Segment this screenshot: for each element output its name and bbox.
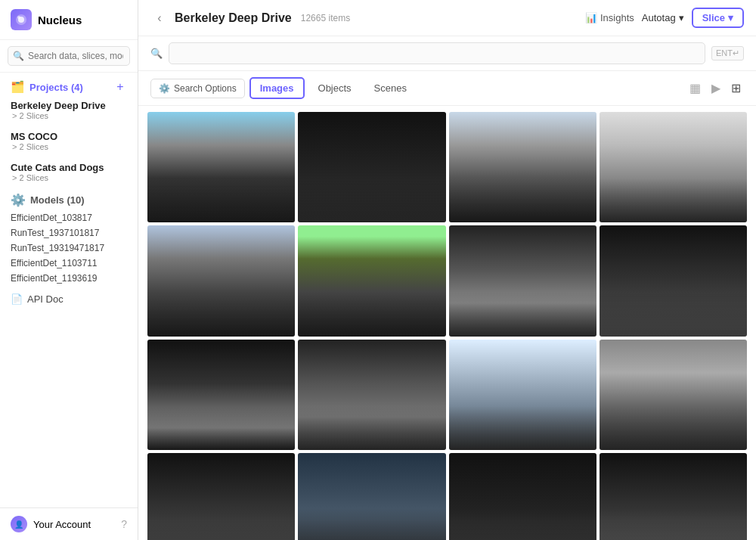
app-logo: Nucleus — [0, 0, 138, 40]
project-slices-cats: > 2 Slices — [11, 173, 127, 182]
sidebar: Nucleus 🔍 🗂️ Projects (4) + Berkeley Dee… — [0, 0, 138, 540]
image-grid-container — [138, 106, 756, 540]
slice-label: Slice — [702, 12, 725, 23]
model-item-3[interactable]: RunTest_19319471817 — [0, 241, 138, 256]
search-options-button[interactable]: ⚙️ Search Options — [150, 79, 245, 98]
list-view-button[interactable]: ▦ — [686, 78, 704, 98]
grid-image-1[interactable] — [147, 112, 295, 222]
models-icon: ⚙️ — [11, 193, 26, 207]
avatar: 👤 — [11, 516, 27, 532]
filmstrip-view-button[interactable]: ▶ — [708, 78, 723, 98]
slice-button[interactable]: Slice ▾ — [692, 8, 744, 28]
grid-image-13[interactable] — [147, 453, 295, 540]
sidebar-bottom: 👤 Your Account ? — [0, 507, 138, 540]
project-name-mscoco: MS COCO — [11, 131, 127, 142]
project-slices-berkeley: > 2 Slices — [11, 111, 127, 120]
add-project-button[interactable]: + — [113, 80, 127, 94]
grid-image-9[interactable] — [147, 340, 295, 450]
image-grid — [147, 112, 747, 540]
search-options-label: Search Options — [174, 83, 237, 94]
tab-images[interactable]: Images — [249, 77, 305, 99]
account-info[interactable]: 👤 Your Account — [11, 516, 91, 532]
grid-image-2[interactable] — [298, 112, 445, 222]
grid-image-4[interactable] — [600, 112, 747, 222]
autotag-label: Autotag — [642, 12, 676, 23]
main-searchbar: 🔍 ENT↵ — [138, 36, 756, 71]
model-item-5[interactable]: EfficientDet_1193619 — [0, 271, 138, 286]
grid-image-10[interactable] — [298, 340, 445, 450]
toolbar: ⚙️ Search Options Images Objects Scenes … — [138, 71, 756, 106]
projects-section-header: 🗂️ Projects (4) + — [0, 73, 138, 97]
enter-badge: ENT↵ — [711, 46, 744, 61]
api-doc-link[interactable]: 📄 API Doc — [0, 286, 138, 312]
layers-icon: 🗂️ — [11, 80, 25, 94]
tab-objects[interactable]: Objects — [309, 79, 361, 98]
project-item-mscoco[interactable]: MS COCO > 2 Slices — [0, 128, 138, 154]
project-item-cats[interactable]: Cute Cats and Dogs > 2 Slices — [0, 159, 138, 185]
dataset-count: 12665 items — [301, 13, 350, 23]
project-item-berkeley[interactable]: Berkeley Deep Drive > 2 Slices — [0, 97, 138, 123]
autotag-chevron-icon: ▾ — [679, 12, 684, 23]
grid-image-7[interactable] — [449, 225, 596, 336]
project-name-cats: Cute Cats and Dogs — [11, 162, 127, 173]
api-doc-icon: 📄 — [11, 293, 23, 305]
main-search-input[interactable] — [169, 42, 705, 64]
tab-scenes[interactable]: Scenes — [365, 79, 416, 98]
main-content: ‹ Berkeley Deep Drive 12665 items 📊 Insi… — [138, 0, 756, 540]
sidebar-search-input[interactable] — [8, 46, 130, 66]
grid-image-16[interactable] — [600, 453, 747, 540]
grid-image-12[interactable] — [600, 340, 747, 450]
app-name: Nucleus — [38, 14, 82, 26]
grid-image-6[interactable] — [298, 225, 445, 336]
grid-image-8[interactable] — [600, 225, 747, 336]
grid-image-11[interactable] — [449, 340, 596, 450]
insights-label: Insights — [600, 12, 634, 23]
dataset-title: Berkeley Deep Drive — [175, 11, 292, 25]
logo-icon — [11, 9, 32, 30]
grid-image-14[interactable] — [298, 453, 445, 540]
models-section-header: ⚙️ Models (10) — [0, 185, 138, 210]
project-name-berkeley: Berkeley Deep Drive — [11, 100, 127, 111]
api-doc-label: API Doc — [27, 293, 64, 305]
insights-chart-icon: 📊 — [585, 12, 597, 23]
grid-image-15[interactable] — [449, 453, 596, 540]
models-label: Models (10) — [30, 194, 85, 206]
search-icon: 🔍 — [150, 48, 163, 59]
model-item-1[interactable]: EfficientDet_103817 — [0, 210, 138, 225]
grid-view-button[interactable]: ⊞ — [728, 78, 744, 98]
sidebar-search-wrap: 🔍 — [0, 40, 138, 73]
topbar: ‹ Berkeley Deep Drive 12665 items 📊 Insi… — [138, 0, 756, 36]
account-label: Your Account — [33, 519, 91, 530]
projects-label: Projects (4) — [29, 82, 83, 93]
autotag-button[interactable]: Autotag ▾ — [642, 12, 684, 23]
collapse-sidebar-button[interactable]: ‹ — [150, 9, 169, 27]
help-button[interactable]: ? — [121, 518, 127, 530]
search-options-icon: ⚙️ — [159, 83, 170, 94]
grid-image-3[interactable] — [449, 112, 596, 222]
svg-point-2 — [17, 16, 20, 19]
sidebar-search-icon: 🔍 — [13, 51, 24, 61]
model-item-4[interactable]: EfficientDet_1103711 — [0, 256, 138, 271]
insights-button[interactable]: 📊 Insights — [585, 12, 634, 23]
grid-image-5[interactable] — [147, 225, 295, 336]
project-slices-mscoco: > 2 Slices — [11, 142, 127, 151]
model-item-2[interactable]: RunTest_1937101817 — [0, 225, 138, 241]
slice-chevron-icon: ▾ — [728, 12, 733, 23]
